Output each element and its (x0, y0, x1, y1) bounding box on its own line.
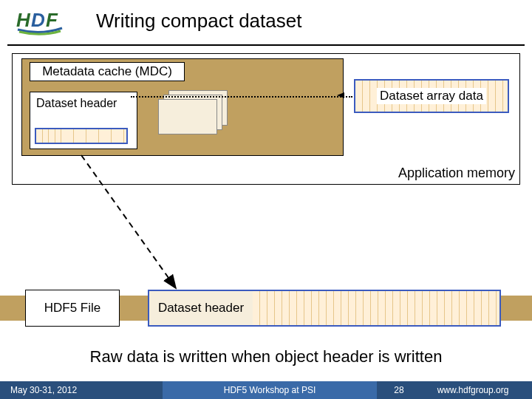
array-data-label: Dataset array data (377, 88, 486, 104)
slide-caption: Raw data is written when object header i… (0, 347, 532, 366)
footer-url: www.hdfgroup.org (421, 385, 532, 395)
stack-card (158, 99, 217, 134)
dataset-array-data-box: Dataset array data (354, 79, 509, 113)
page-title: Writing compact dataset (96, 10, 301, 33)
application-memory-region: Metadata cache (MDC) Dataset header Data… (12, 53, 520, 185)
file-dataset-header-box: Dataset header (148, 290, 501, 327)
svg-text:D: D (31, 9, 45, 31)
dataset-header-box: Dataset header (30, 92, 137, 149)
file-dataset-header-label: Dataset header (149, 291, 253, 325)
application-memory-label: Application memory (398, 166, 515, 181)
slide-header: H D F Writing compact dataset (0, 0, 532, 44)
slide-footer: May 30-31, 2012 HDF5 Workshop at PSI 28 … (0, 381, 532, 399)
hdf5-file-label: HDF5 File (25, 290, 120, 327)
svg-text:H: H (16, 9, 31, 31)
dataset-header-grid (35, 128, 128, 144)
dataset-header-label: Dataset header (30, 92, 137, 115)
metadata-cache-region: Metadata cache (MDC) Dataset header (21, 58, 344, 156)
footer-workshop: HDF5 Workshop at PSI (163, 381, 377, 399)
file-dataset-header-grid (253, 291, 499, 325)
title-divider (7, 44, 525, 46)
hdf5-file-region: HDF5 File Dataset header (0, 290, 532, 327)
hdf-logo-icon: H D F (15, 6, 66, 35)
footer-date: May 30-31, 2012 (0, 385, 163, 395)
dotted-connector (131, 96, 352, 98)
footer-page-number: 28 (377, 385, 421, 395)
mdc-label: Metadata cache (MDC) (30, 62, 185, 81)
svg-text:F: F (46, 9, 58, 31)
